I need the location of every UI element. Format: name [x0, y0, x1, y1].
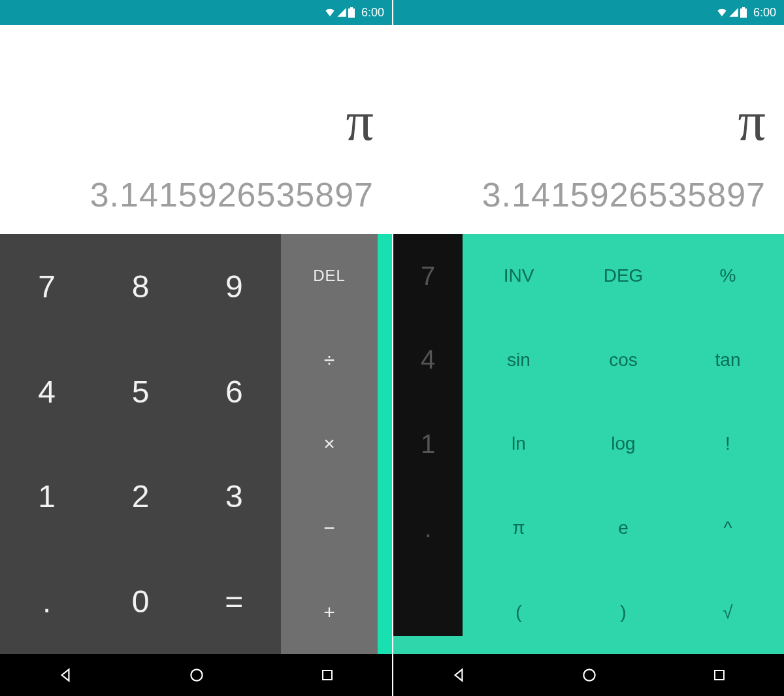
key-3[interactable]: 3	[188, 444, 281, 550]
strip-key-1[interactable]: 1	[393, 402, 463, 486]
nav-back-button[interactable]	[450, 667, 467, 684]
key-8[interactable]: 8	[93, 234, 187, 339]
status-time: 6:00	[753, 6, 776, 20]
key-0[interactable]: 0	[93, 549, 187, 654]
key-percent[interactable]: %	[676, 234, 780, 318]
strip-key-4[interactable]: 4	[393, 318, 463, 403]
svg-point-6	[583, 669, 595, 680]
triangle-back-icon	[450, 667, 467, 684]
key-add[interactable]: +	[281, 570, 378, 654]
key-power[interactable]: ^	[676, 486, 780, 571]
advanced-panel-handle[interactable]	[378, 234, 392, 654]
status-bar: 6:00	[0, 0, 392, 25]
key-pi[interactable]: π	[466, 486, 571, 571]
strip-key-7[interactable]: 7	[393, 234, 463, 318]
status-time: 6:00	[361, 6, 384, 20]
keypad-advanced: 7 4 1 . INV DEG % sin cos tan ln log ! π…	[393, 234, 784, 654]
wifi-icon	[717, 7, 727, 18]
triangle-back-icon	[57, 667, 74, 684]
key-divide[interactable]: ÷	[281, 318, 378, 403]
display-area: π 3.1415926535897	[0, 25, 392, 234]
cell-signal-icon	[728, 7, 739, 18]
svg-rect-0	[348, 8, 355, 18]
navigation-bar	[393, 654, 784, 696]
svg-rect-5	[742, 7, 745, 8]
phone-right: 6:00 π 3.1415926535897 7 4 1 . INV DEG %…	[392, 0, 784, 696]
advanced-pad: INV DEG % sin cos tan ln log ! π e ^ ( )…	[463, 234, 784, 654]
nav-home-button[interactable]	[188, 667, 205, 684]
key-ln[interactable]: ln	[466, 402, 571, 486]
key-tan[interactable]: tan	[676, 318, 780, 403]
key-e[interactable]: e	[571, 486, 676, 571]
key-rparen[interactable]: )	[571, 570, 676, 654]
cell-signal-icon	[336, 7, 347, 18]
nav-recent-button[interactable]	[711, 667, 727, 683]
key-9[interactable]: 9	[188, 234, 281, 339]
nav-recent-button[interactable]	[319, 667, 335, 683]
display-result: 3.1415926535897	[482, 175, 766, 214]
status-icons	[325, 7, 355, 18]
number-pad: 7 8 9 4 5 6 1 2 3 . 0 =	[0, 234, 281, 654]
advanced-bottom-strip	[393, 636, 463, 654]
battery-icon	[348, 7, 355, 18]
key-inv[interactable]: INV	[466, 234, 571, 318]
nav-back-button[interactable]	[57, 667, 74, 684]
operator-pad: DEL ÷ × − +	[281, 234, 378, 654]
svg-point-2	[191, 669, 202, 680]
display-area: π 3.1415926535897	[393, 25, 784, 234]
key-6[interactable]: 6	[188, 339, 281, 444]
key-subtract[interactable]: −	[281, 486, 378, 571]
svg-rect-7	[715, 671, 724, 680]
battery-icon	[740, 7, 747, 18]
circle-home-icon	[188, 667, 205, 684]
square-recent-icon	[319, 667, 335, 683]
strip-key-dot[interactable]: .	[393, 486, 463, 571]
key-lparen[interactable]: (	[466, 570, 571, 654]
key-sin[interactable]: sin	[466, 318, 571, 403]
key-equals[interactable]: =	[188, 549, 281, 654]
phone-left: 6:00 π 3.1415926535897 7 8 9 4 5 6 1 2 3…	[0, 0, 392, 696]
key-5[interactable]: 5	[93, 339, 187, 444]
key-log[interactable]: log	[571, 402, 676, 486]
keypad: 7 8 9 4 5 6 1 2 3 . 0 = DEL ÷ × − +	[0, 234, 392, 654]
display-result: 3.1415926535897	[90, 175, 374, 214]
display-expression: π	[346, 94, 374, 149]
key-dot[interactable]: .	[0, 549, 93, 654]
square-recent-icon	[711, 667, 727, 683]
circle-home-icon	[581, 667, 598, 684]
display-expression: π	[738, 94, 766, 149]
number-strip: 7 4 1 .	[393, 234, 463, 654]
status-icons	[717, 7, 747, 18]
key-cos[interactable]: cos	[571, 318, 676, 403]
key-factorial[interactable]: !	[676, 402, 780, 486]
key-multiply[interactable]: ×	[281, 402, 378, 486]
key-sqrt[interactable]: √	[676, 570, 780, 654]
nav-home-button[interactable]	[581, 667, 598, 684]
svg-rect-3	[323, 671, 332, 680]
key-del[interactable]: DEL	[281, 234, 378, 318]
key-deg[interactable]: DEG	[571, 234, 676, 318]
key-2[interactable]: 2	[93, 444, 187, 550]
svg-rect-1	[350, 7, 353, 8]
navigation-bar	[0, 654, 392, 696]
key-4[interactable]: 4	[0, 339, 93, 444]
key-7[interactable]: 7	[0, 234, 93, 339]
svg-rect-4	[740, 8, 747, 18]
status-bar: 6:00	[393, 0, 784, 25]
wifi-icon	[325, 7, 335, 18]
key-1[interactable]: 1	[0, 444, 93, 550]
